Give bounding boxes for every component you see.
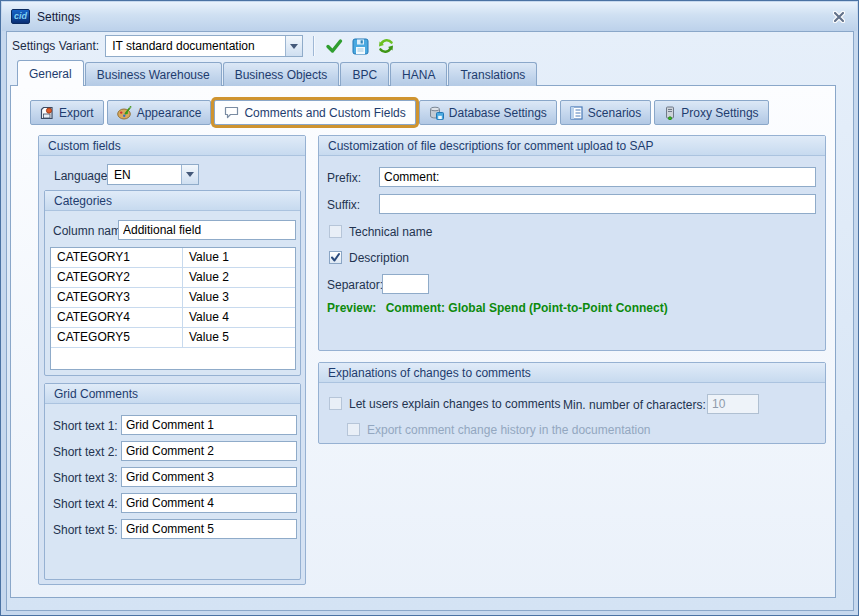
settings-variant-label: Settings Variant: [12,39,99,53]
language-combo[interactable]: EN [107,164,199,185]
table-row[interactable]: CATEGORY4 Value 4 [51,308,295,328]
prefix-label: Prefix: [327,171,361,185]
grid-comments-group-title: Grid Comments [45,384,300,404]
preview-value: Comment: Global Spend (Point-to-Point Co… [386,301,668,315]
min-characters-input[interactable] [707,394,759,414]
separator-label: Separator: [327,278,383,292]
short-text-3-label: Short text 3: [53,471,118,485]
subtab-scenarios-label: Scenarios [588,106,641,120]
description-label: Description [349,251,409,265]
app-logo-icon: cid [11,9,30,24]
let-users-explain-label: Let users explain changes to comments [349,397,560,411]
subtab-comments-and-custom-fields-label: Comments and Custom Fields [244,106,405,120]
sub-tab-bar: Export Appearance [30,99,772,126]
table-row-empty[interactable] [51,348,295,368]
subtab-proxy-settings[interactable]: Proxy Settings [654,100,768,125]
scenarios-icon [570,106,583,120]
short-text-3-input[interactable] [121,467,297,487]
category-cell[interactable]: CATEGORY5 [51,328,183,347]
custom-fields-group: Custom fields Language EN Categories Col… [38,135,306,585]
export-history-checkbox[interactable] [347,423,360,436]
comment-icon [224,106,239,119]
tab-business-objects[interactable]: Business Objects [223,62,340,86]
settings-variant-dropdown-button[interactable] [285,36,302,56]
table-row[interactable]: CATEGORY2 Value 2 [51,268,295,288]
short-text-4-label: Short text 4: [53,497,118,511]
explanations-group: Explanations of changes to comments Let … [318,362,826,444]
subtab-export[interactable]: Export [30,100,104,125]
categories-table[interactable]: CATEGORY1 Value 1 CATEGORY2 Value 2 CATE… [50,247,296,370]
grid-comments-group: Grid Comments Short text 1: Short text 2… [44,383,301,580]
separator-input[interactable] [382,274,429,294]
value-cell[interactable]: Value 4 [183,308,295,327]
tab-translations-label: Translations [460,68,525,82]
category-cell[interactable]: CATEGORY2 [51,268,183,287]
client-area: Settings Variant: IT standard documentat… [6,31,854,611]
table-row[interactable]: CATEGORY5 Value 5 [51,328,295,348]
chevron-down-icon [290,44,298,49]
export-icon [40,106,54,120]
technical-name-checkbox[interactable] [329,225,342,238]
short-text-1-input[interactable] [121,415,297,435]
floppy-disk-icon [352,38,369,55]
description-checkbox[interactable] [329,251,342,264]
check-icon [325,37,343,55]
preview-line: Preview: Comment: Global Spend (Point-to… [327,301,668,315]
toolbar-separator [313,36,314,56]
value-cell[interactable]: Value 5 [183,328,295,347]
settings-variant-value: IT standard documentation [106,39,285,53]
short-text-2-input[interactable] [121,441,297,461]
tab-business-warehouse[interactable]: Business Warehouse [85,62,222,86]
tab-hana[interactable]: HANA [390,62,447,86]
tab-general[interactable]: General [17,60,84,86]
refresh-button[interactable] [373,34,399,58]
category-cell[interactable]: CATEGORY4 [51,308,183,327]
main-tab-bar: General Business Warehouse Business Obje… [17,60,538,86]
short-text-5-input[interactable] [121,519,297,539]
tab-bpc-label: BPC [352,68,377,82]
prefix-input[interactable] [379,167,816,187]
tab-bpc[interactable]: BPC [340,62,389,86]
tab-translations[interactable]: Translations [448,62,537,86]
value-cell[interactable]: Value 3 [183,288,295,307]
close-icon [833,11,845,23]
settings-window: cid Settings Settings Variant: IT standa… [0,0,859,616]
suffix-input[interactable] [379,194,816,214]
subtab-export-label: Export [59,106,94,120]
settings-variant-combo[interactable]: IT standard documentation [105,35,303,57]
let-users-explain-checkbox[interactable] [329,397,342,410]
category-cell[interactable]: CATEGORY3 [51,288,183,307]
table-row[interactable]: CATEGORY1 Value 1 [51,248,295,268]
subtab-appearance-label: Appearance [137,106,202,120]
column-name-input[interactable] [118,220,296,240]
palette-icon [117,106,132,120]
subtab-database-settings-label: Database Settings [449,106,547,120]
subtab-database-settings[interactable]: Database Settings [419,100,557,125]
table-row[interactable]: CATEGORY3 Value 3 [51,288,295,308]
explanations-group-title: Explanations of changes to comments [319,363,825,383]
preview-label: Preview: [327,301,376,315]
value-cell[interactable]: Value 1 [183,248,295,267]
check-icon [330,252,341,263]
toolbar: Settings Variant: IT standard documentat… [7,32,853,60]
refresh-icon [377,37,395,55]
close-button[interactable] [830,9,848,25]
title-bar: cid Settings [2,2,857,31]
window-title: Settings [37,10,80,24]
save-button[interactable] [347,34,373,58]
customization-group-title: Customization of file descriptions for c… [319,136,825,156]
subtab-scenarios[interactable]: Scenarios [560,100,651,125]
category-cell[interactable]: CATEGORY1 [51,248,183,267]
customization-group: Customization of file descriptions for c… [318,135,826,351]
tab-business-objects-label: Business Objects [235,68,328,82]
proxy-server-icon [664,106,676,120]
min-characters-label: Min. number of characters: [563,398,706,412]
confirm-button[interactable] [321,34,347,58]
subtab-appearance[interactable]: Appearance [107,100,212,125]
value-cell[interactable]: Value 2 [183,268,295,287]
chevron-down-icon [186,172,194,177]
short-text-5-label: Short text 5: [53,523,118,537]
language-dropdown-button[interactable] [181,165,198,184]
short-text-4-input[interactable] [121,493,297,513]
subtab-comments-and-custom-fields[interactable]: Comments and Custom Fields [214,100,415,125]
